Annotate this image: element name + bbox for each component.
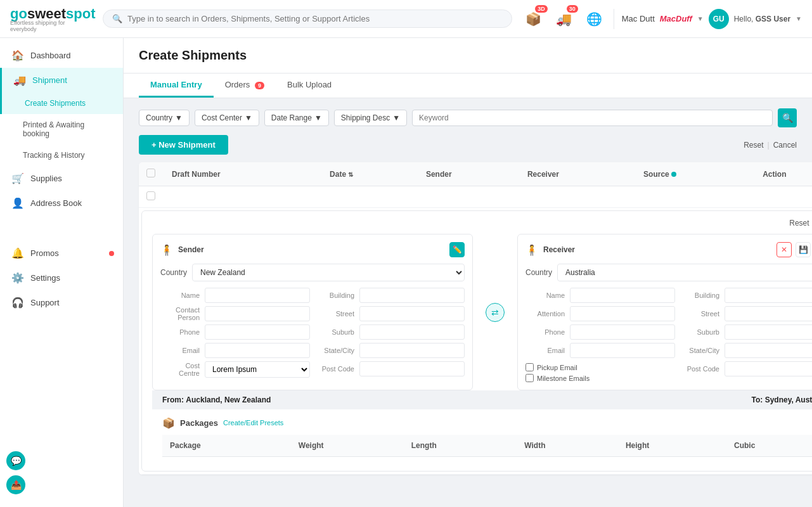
cost-center-filter[interactable]: Cost Center ▼ [195,110,259,126]
send-icon[interactable]: 📤 [6,475,25,494]
promos-icon: 🔔 [11,247,24,259]
tab-orders[interactable]: Orders 9 [214,74,276,98]
sender-fields: Name ContactPerson [160,288,465,381]
sender-contact-input[interactable] [205,306,310,321]
receiver-save-icon[interactable]: 💾 [796,242,811,257]
receiver-state-input[interactable] [725,343,812,358]
supplies-icon: 🛒 [11,172,24,184]
receiver-attention-input[interactable] [570,306,675,321]
sender-cost-centre-select[interactable]: Lorem Ipsum [205,361,310,378]
brand-logo[interactable]: MacDuff [660,14,692,23]
receiver-icon: 🧍 [525,244,538,256]
from-to-bar: From: Auckland, New Zealand To: Sydney, … [152,390,812,409]
receiver-country-select[interactable]: Australia New Zealand United States [557,264,812,281]
tab-manual-entry[interactable]: Manual Entry [139,74,214,98]
sender-state-row: State/City [315,343,465,358]
form-reset-link[interactable]: Reset [789,219,809,228]
sidebar-item-printed-awaiting[interactable]: Printed & Awaiting booking [0,114,123,144]
row-checkbox[interactable] [146,191,155,200]
sender-name-input[interactable] [205,288,310,303]
sender-action-icons: ✏️ [449,242,465,257]
new-shipment-button[interactable]: + New Shipment [139,135,228,155]
shipping-desc-filter[interactable]: Shipping Desc ▼ [334,110,407,126]
col-receiver: Receiver [520,162,636,186]
from-section: From: Auckland, New Zealand [152,390,495,409]
cancel-link[interactable]: Cancel [773,141,797,150]
shipments-icon-badge[interactable]: 🚚 30 [553,8,576,30]
sender-suburb-input[interactable] [359,324,465,340]
sender-state-input[interactable] [359,343,465,358]
sidebar-item-support[interactable]: 🎧 Support [0,290,123,315]
chevron-down-icon: ▼ [697,15,704,22]
pickup-email-checkbox[interactable] [525,363,534,371]
sender-email-input[interactable] [205,343,310,358]
date-range-filter[interactable]: Date Range ▼ [264,110,329,126]
receiver-suburb-input[interactable] [725,324,812,340]
sender-street-input[interactable] [359,306,465,321]
sidebar-item-label: Address Book [30,198,82,208]
search-icon: 🔍 [782,113,793,123]
sidebar-item-address-book[interactable]: 👤 Address Book [0,191,123,215]
col-source: Source [636,162,755,186]
receiver-email-input[interactable] [570,343,675,358]
search-button[interactable]: 🔍 [778,108,797,127]
globe-icon[interactable]: 🌐 [583,8,606,30]
swap-button[interactable]: ⇄ [486,303,505,322]
hello-text: Hello, GSS User [734,15,790,23]
search-input[interactable] [127,14,503,23]
support-icon: 🎧 [11,297,24,309]
sender-title: Sender [178,245,204,254]
tab-bulk-upload[interactable]: Bulk Upload [276,74,343,98]
sidebar-item-settings[interactable]: ⚙️ Settings [0,266,123,290]
receiver-building-input[interactable] [725,288,812,303]
receiver-phone-input[interactable] [570,324,675,340]
tabs: Manual Entry Orders 9 Bulk Upload [124,74,812,98]
to-value: Sydney, Australia [765,395,812,404]
page-title: Create Shipments [139,48,797,63]
sender-phone-input[interactable] [205,324,310,340]
receiver-name-input[interactable] [570,288,675,303]
sender-country-label: Country [160,268,187,277]
receiver-postcode-input[interactable] [725,361,812,376]
sender-building-label: Building [315,292,359,299]
sender-edit-icon[interactable]: ✏️ [449,242,465,257]
reset-link[interactable]: Reset [744,141,763,150]
sidebar-item-dashboard[interactable]: 🏠 Dashboard [0,43,123,68]
sidebar-item-label: Support [30,298,60,307]
select-all-checkbox[interactable] [146,169,155,177]
sidebar-item-shipment[interactable]: 🚚 Shipment [0,68,123,93]
sender-postcode-label: Post Code [315,365,359,373]
sender-building-input[interactable] [359,288,465,303]
col-weight: Weight [291,435,404,457]
sender-contact-label: ContactPerson [160,306,205,321]
packages-icon: 📦 [162,417,175,429]
sender-country-select[interactable]: New Zealand Australia United States [192,264,465,281]
sidebar-item-supplies[interactable]: 🛒 Supplies [0,166,123,191]
sender-cost-row: CostCentre Lorem Ipsum [160,361,310,378]
receiver-clear-icon[interactable]: ✕ [777,242,792,257]
receiver-attention-label: Attention [525,310,570,318]
sidebar-item-promos[interactable]: 🔔 Promos [0,241,123,266]
sidebar-item-create-shipments[interactable]: Create Shipments [0,93,123,114]
country-filter[interactable]: Country ▼ [139,110,190,126]
orders-icon-badge[interactable]: 📦 3D [522,8,545,30]
milestone-emails-checkbox[interactable] [525,374,534,382]
sidebar-item-tracking-history[interactable]: Tracking & History [0,144,123,166]
expanded-form-row: Reset Cancel 🧍 Sender [139,208,812,475]
form-area: Reset Cancel 🧍 Sender [141,210,812,472]
topnav-icons: 📦 3D 🚚 30 🌐 Mac Dutt MacDuff ▼ GU Hello,… [522,8,802,30]
search-bar[interactable]: 🔍 [103,10,512,28]
sender-postcode-input[interactable] [359,361,465,376]
create-edit-presets-link[interactable]: Create/Edit Presets [223,419,283,427]
receiver-postcode-row: Post Code [680,361,812,376]
receiver-phone-label: Phone [525,328,570,336]
pickup-email-checkbox-row: Pickup Email [525,363,675,371]
receiver-street-input[interactable] [725,306,812,321]
sender-building-row: Building [315,288,465,303]
chat-icon[interactable]: 💬 [6,451,25,470]
search-icon: 🔍 [112,14,122,23]
logo: gosweetspot Effortless shipping for ever… [10,6,93,32]
keyword-input[interactable] [412,110,773,126]
col-cubic: Cubic [726,435,812,457]
page-header: Create Shipments [124,38,812,74]
